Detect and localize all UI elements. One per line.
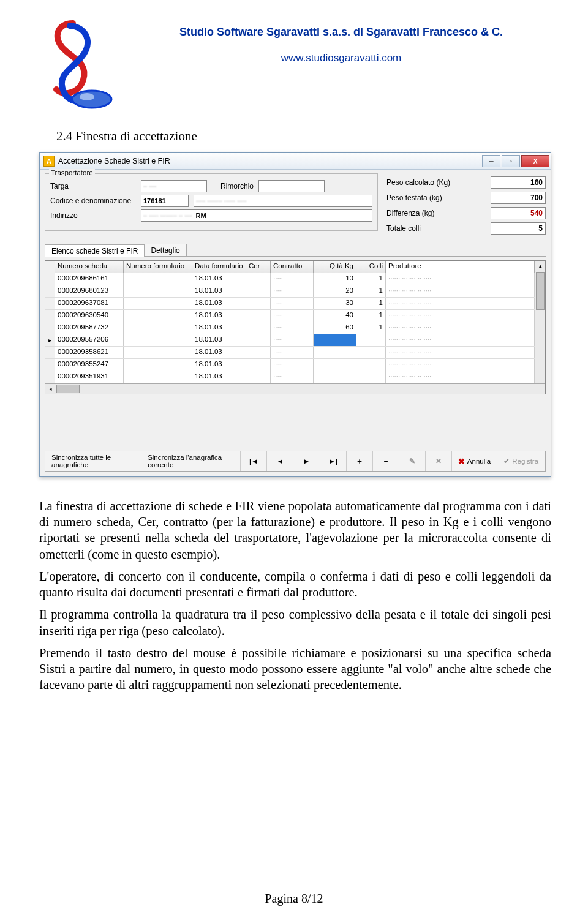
summary-panel: Peso calcolato (Kg)160 Peso testata (kg)… (386, 173, 546, 238)
tab-dettaglio[interactable]: Dettaglio (144, 244, 186, 256)
annulla-button[interactable]: ✖Annulla (452, 451, 497, 471)
rimorchio-label: Rimorchio (221, 182, 254, 190)
codice-label: Codice e denominazione (50, 197, 136, 205)
peso-calcolato-label: Peso calcolato (Kg) (386, 178, 484, 187)
app-icon: A (43, 156, 55, 167)
table-row[interactable]: 000020935524718.01.03··········· ·······… (45, 359, 535, 371)
company-name: Studio Software Sgaravatti s.a.s. di Sga… (131, 26, 551, 39)
paragraph: Premendo il tasto destro del mouse è pos… (39, 645, 551, 693)
table-row[interactable]: 000020958773218.01.03·····601······ ····… (45, 322, 535, 334)
peso-testata-label: Peso testata (kg) (386, 194, 484, 202)
rimorchio-input[interactable] (258, 180, 325, 192)
close-button[interactable]: X (521, 155, 549, 167)
svg-point-1 (80, 93, 94, 100)
minimize-button[interactable]: ─ (482, 155, 500, 167)
paragraph: La finestra di accettazione di schede e … (39, 498, 551, 562)
maximize-button[interactable]: ▫ (502, 155, 520, 167)
company-logo (39, 18, 119, 110)
page-header: Studio Software Sgaravatti s.a.s. di Sga… (39, 18, 551, 110)
codice-input[interactable]: 176181 (141, 195, 189, 207)
window-title: Accettazione Schede Sistri e FIR (58, 157, 482, 165)
page-footer: Pagina 8/12 (0, 892, 588, 906)
differenza-value: 540 (491, 207, 546, 219)
tab-elenco[interactable]: Elenco schede Sistri e FIR (45, 244, 145, 257)
table-row[interactable]: 000020968012318.01.03·····201······ ····… (45, 285, 535, 298)
nav-last-button[interactable]: ►| (320, 451, 347, 471)
sync-all-button[interactable]: Sincronizza tutte le anagrafiche (45, 451, 141, 471)
totale-colli-label: Totale colli (386, 224, 484, 233)
peso-testata-value: 700 (491, 192, 546, 204)
targa-label: Targa (50, 182, 136, 190)
website-link[interactable]: www.studiosgaravatti.com (131, 52, 551, 64)
paragraph: Il programma controlla la quadratura tra… (39, 606, 551, 638)
col-colli[interactable]: Colli (356, 261, 386, 273)
table-row[interactable]: 000020963054018.01.03·····401······ ····… (45, 310, 535, 322)
nav-next-button[interactable]: ► (293, 451, 320, 471)
paragraph: L'operatore, di concerto con il conducen… (39, 568, 551, 600)
indirizzo-input[interactable]: ·· ····· ········· ·· ···· RM (141, 209, 372, 222)
targa-input[interactable]: ·· ···· (141, 180, 207, 192)
denominazione-input[interactable]: ····· ········ ······ ····· (194, 195, 372, 207)
app-window: A Accettazione Schede Sistri e FIR ─ ▫ X… (39, 152, 551, 477)
table-row[interactable]: ▸000020955720618.01.03··········· ······… (45, 334, 535, 347)
bottom-toolbar: Sincronizza tutte le anagrafiche Sincron… (45, 451, 546, 472)
sync-current-button[interactable]: Sincronizza l'anagrafica corrente (141, 451, 241, 471)
differenza-label: Differenza (kg) (386, 209, 484, 217)
document-body: La finestra di accettazione di schede e … (39, 498, 551, 693)
nav-edit-button[interactable]: ✎ (399, 451, 426, 471)
cancel-icon: ✖ (458, 457, 465, 466)
window-titlebar: A Accettazione Schede Sistri e FIR ─ ▫ X (40, 153, 551, 170)
vertical-scrollbar[interactable]: ▴ (535, 261, 545, 383)
totale-colli-value: 5 (491, 222, 546, 235)
tabs: Elenco schede Sistri e FIR Dettaglio (45, 244, 546, 257)
col-cer[interactable]: Cer (246, 261, 271, 273)
table-row[interactable]: 000020935193118.01.03··········· ·······… (45, 371, 535, 383)
horizontal-scrollbar[interactable]: ◂ (45, 383, 545, 394)
grid-header: Numero scheda Numero formulario Data for… (45, 261, 535, 273)
table-row[interactable]: 000020963708118.01.03·····301······ ····… (45, 298, 535, 310)
indirizzo-label: Indirizzo (50, 211, 136, 220)
nav-prev-button[interactable]: ◄ (267, 451, 293, 471)
table-row[interactable]: 000020968616118.01.03·····101······ ····… (45, 273, 535, 285)
fieldset-legend: Trasportatore (49, 169, 95, 176)
nav-cancel-edit-button[interactable]: ✕ (426, 451, 452, 471)
data-grid[interactable]: Numero scheda Numero formulario Data for… (45, 260, 546, 394)
col-numero-formulario[interactable]: Numero formulario (124, 261, 192, 273)
section-title: 2.4 Finestra di accettazione (56, 129, 551, 144)
col-contratto[interactable]: Contratto (271, 261, 314, 273)
nav-add-button[interactable]: ＋ (347, 451, 373, 471)
col-qta-kg[interactable]: Q.tà Kg (314, 261, 356, 273)
peso-calcolato-value: 160 (491, 176, 546, 189)
trasportatore-fieldset: Trasportatore Targa ·· ···· Rimorchio Co… (45, 173, 378, 231)
col-data-formulario[interactable]: Data formulario (192, 261, 246, 273)
table-row[interactable]: 000020935862118.01.03··········· ·······… (45, 347, 535, 359)
registra-button[interactable]: ✔Registra (497, 451, 545, 471)
nav-delete-button[interactable]: － (373, 451, 399, 471)
check-icon: ✔ (503, 457, 510, 465)
nav-first-button[interactable]: |◄ (241, 451, 267, 471)
col-numero-scheda[interactable]: Numero scheda (55, 261, 124, 273)
col-produttore[interactable]: Produttore (386, 261, 535, 273)
